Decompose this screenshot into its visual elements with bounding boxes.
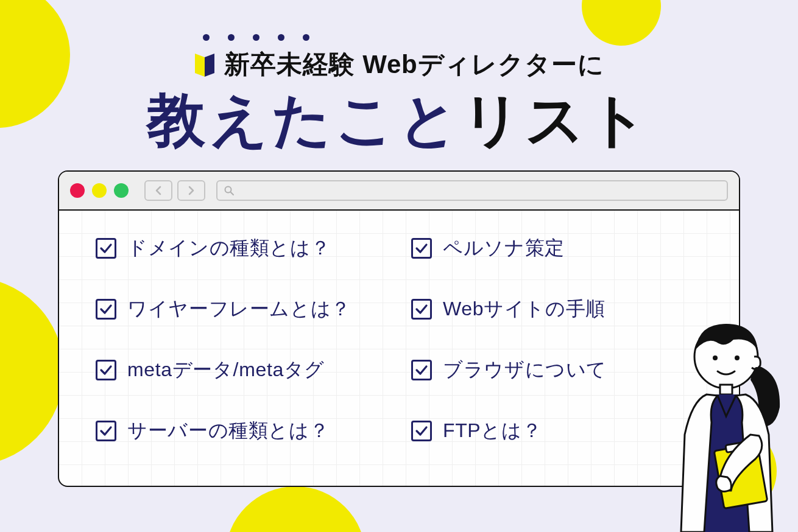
list-item: metaデータ/metaタグ [96, 357, 387, 383]
close-icon[interactable] [70, 183, 85, 198]
list-item-label: Webサイトの手順 [443, 296, 606, 323]
decoration-circle [0, 277, 64, 466]
forward-button[interactable] [177, 180, 205, 201]
list-item-label: ブラウザについて [443, 357, 607, 383]
page-title: 教えたことリスト [0, 88, 798, 152]
search-icon [224, 185, 235, 196]
list-item-label: FTPとは？ [443, 418, 542, 444]
list-item-label: ワイヤーフレームとは？ [127, 296, 351, 323]
title-part-2: リスト [462, 87, 651, 152]
check-icon [411, 238, 432, 259]
check-icon [96, 360, 116, 380]
book-icon [194, 51, 216, 78]
check-icon [96, 421, 116, 441]
svg-rect-6 [720, 385, 732, 394]
person-illustration [659, 313, 793, 532]
minimize-icon[interactable] [92, 183, 107, 198]
emphasis-dots [203, 34, 309, 41]
list-item-label: ドメインの種類とは？ [127, 235, 330, 262]
maximize-icon[interactable] [114, 183, 129, 198]
check-icon [411, 421, 432, 441]
list-item: ワイヤーフレームとは？ [96, 296, 387, 323]
checklist-left: ドメインの種類とは？ ワイヤーフレームとは？ metaデータ/metaタグ サー… [96, 235, 387, 444]
list-item: サーバーの種類とは？ [96, 418, 387, 444]
browser-window: ドメインの種類とは？ ワイヤーフレームとは？ metaデータ/metaタグ サー… [58, 170, 740, 487]
check-icon [96, 299, 116, 320]
svg-line-1 [231, 192, 234, 195]
svg-point-3 [713, 355, 718, 360]
list-item-label: ペルソナ策定 [443, 235, 565, 262]
page-subtitle: 新卒未経験 Webディレクターに [224, 47, 604, 82]
browser-content: ドメインの種類とは？ ワイヤーフレームとは？ metaデータ/metaタグ サー… [59, 211, 739, 486]
check-icon [411, 360, 432, 380]
list-item-label: metaデータ/metaタグ [127, 357, 325, 383]
svg-point-4 [735, 355, 740, 360]
decoration-circle [225, 486, 365, 532]
window-controls [70, 183, 129, 198]
list-item-label: サーバーの種類とは？ [127, 418, 329, 444]
list-item: ペルソナ策定 [411, 235, 702, 262]
svg-point-5 [755, 367, 758, 371]
search-input[interactable] [216, 180, 728, 201]
title-part-1: 教えたこと [147, 87, 462, 152]
browser-titlebar [59, 172, 739, 211]
check-icon [411, 299, 432, 320]
check-icon [96, 238, 116, 259]
list-item: ドメインの種類とは？ [96, 235, 387, 262]
back-button[interactable] [144, 180, 172, 201]
